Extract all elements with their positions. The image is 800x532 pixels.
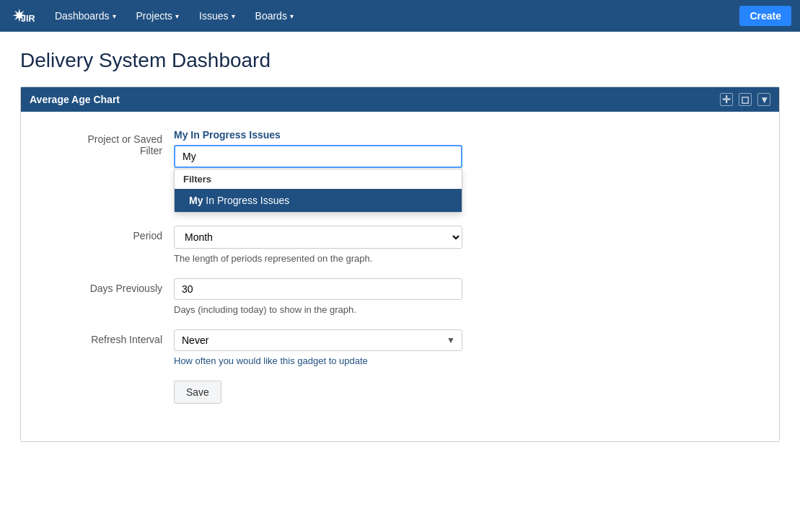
save-row: Save — [44, 381, 756, 404]
save-field: Save — [174, 381, 462, 404]
jira-logo[interactable]: ✷ JIRA — [9, 3, 35, 29]
project-filter-label: Project or SavedFilter — [44, 129, 174, 156]
card-header: Average Age Chart ✛ ◻ ▾ — [21, 87, 779, 112]
nav-issues[interactable]: Issues ▾ — [190, 4, 243, 27]
days-previously-input[interactable] — [174, 278, 462, 300]
refresh-interval-label: Refresh Interval — [44, 329, 174, 345]
svg-text:JIRA: JIRA — [21, 14, 35, 24]
period-helper-text: The length of periods represented on the… — [174, 253, 462, 264]
issues-chevron-icon: ▾ — [232, 12, 235, 20]
project-filter-input[interactable] — [174, 145, 462, 168]
refresh-select-wrapper: Never 15 Minutes 30 Minutes 1 Hour 2 Hou… — [174, 329, 462, 351]
refresh-helper-text: How often you would like this gadget to … — [174, 355, 462, 366]
nav-projects[interactable]: Projects ▾ — [128, 4, 188, 27]
collapse-icon[interactable]: ▾ — [757, 93, 770, 106]
period-field: Day Week Month The length of periods rep… — [174, 226, 462, 264]
refresh-interval-select[interactable]: Never 15 Minutes 30 Minutes 1 Hour 2 Hou… — [174, 329, 462, 351]
days-previously-helper: Days (including today) to show in the gr… — [174, 304, 462, 315]
save-button[interactable]: Save — [174, 381, 221, 404]
page-title: Delivery System Dashboard — [20, 49, 780, 72]
refresh-interval-row: Refresh Interval Never 15 Minutes 30 Min… — [44, 329, 756, 366]
create-button[interactable]: Create — [739, 6, 791, 26]
dropdown-group-filters: Filters — [175, 169, 462, 189]
selected-filter-display: My In Progress Issues — [174, 129, 462, 141]
project-filter-row: Project or SavedFilter My In Progress Is… — [44, 129, 756, 168]
period-label: Period — [44, 226, 174, 241]
days-previously-label: Days Previously — [44, 278, 174, 294]
card-header-title: Average Age Chart — [30, 94, 120, 105]
days-previously-field: Days (including today) to show in the gr… — [174, 278, 462, 315]
restore-icon[interactable]: ◻ — [739, 93, 752, 106]
card-body: Project or SavedFilter My In Progress Is… — [21, 112, 779, 441]
page-content: Delivery System Dashboard Average Age Ch… — [0, 32, 800, 459]
dropdown-item-bold-part: My — [189, 195, 203, 206]
card-header-icons: ✛ ◻ ▾ — [720, 93, 770, 106]
dropdown-item-my-in-progress[interactable]: My In Progress Issues — [175, 189, 462, 212]
project-filter-field: My In Progress Issues Filters My In Prog… — [174, 129, 462, 168]
projects-chevron-icon: ▾ — [175, 12, 179, 20]
dropdown-item-rest: In Progress Issues — [203, 195, 289, 206]
top-nav: ✷ JIRA Dashboards ▾ Projects ▾ Issues ▾ … — [0, 0, 800, 32]
average-age-chart-card: Average Age Chart ✛ ◻ ▾ Project or Saved… — [20, 87, 780, 442]
save-spacer — [44, 381, 174, 385]
period-row: Period Day Week Month The length of peri… — [44, 226, 756, 264]
move-icon[interactable]: ✛ — [720, 93, 733, 106]
period-select[interactable]: Day Week Month — [174, 226, 462, 249]
nav-dashboards[interactable]: Dashboards ▾ — [46, 4, 125, 27]
refresh-interval-field: Never 15 Minutes 30 Minutes 1 Hour 2 Hou… — [174, 329, 462, 366]
nav-boards[interactable]: Boards ▾ — [247, 4, 302, 27]
dashboards-chevron-icon: ▾ — [113, 12, 116, 20]
days-previously-row: Days Previously Days (including today) t… — [44, 278, 756, 315]
filter-dropdown: Filters My In Progress Issues — [174, 169, 462, 213]
boards-chevron-icon: ▾ — [290, 12, 294, 20]
